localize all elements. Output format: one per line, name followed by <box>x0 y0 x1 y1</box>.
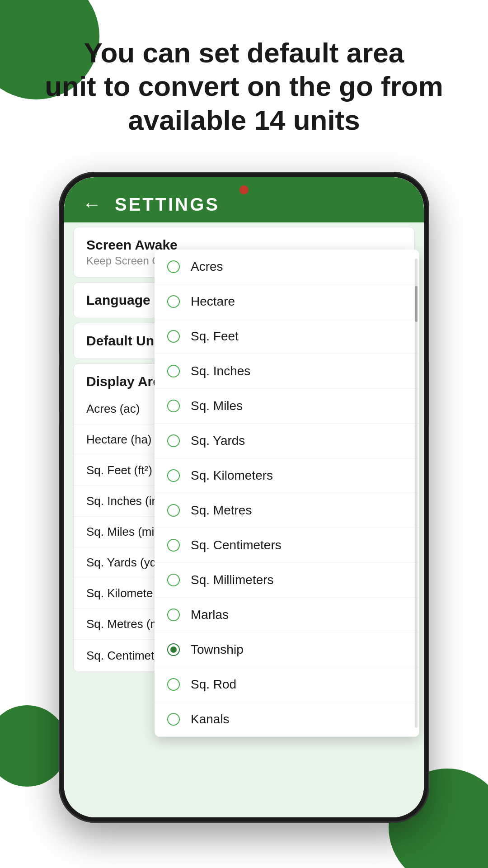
display-label-sqmiles: Sq. Miles (mi <box>86 525 154 539</box>
dropdown-label-marlas: Marlas <box>191 608 229 622</box>
radio-sqyards[interactable] <box>167 434 180 447</box>
settings-title: SETTINGS <box>115 194 220 215</box>
dropdown-scrollbar[interactable] <box>415 259 418 728</box>
dropdown-item-sqmetres[interactable]: Sq. Metres <box>155 493 419 528</box>
dropdown-item-acres[interactable]: Acres <box>155 250 419 284</box>
dropdown-label-sqinches: Sq. Inches <box>191 364 250 378</box>
side-button-volume-up <box>59 316 61 353</box>
display-label-acres: Acres (ac) <box>86 402 140 416</box>
side-button-power <box>427 362 429 425</box>
dropdown-item-kanals[interactable]: Kanals <box>155 702 419 737</box>
radio-sqinches[interactable] <box>167 365 180 377</box>
dropdown-item-sqkilometers[interactable]: Sq. Kilometers <box>155 458 419 493</box>
side-button-silent <box>59 425 61 470</box>
dropdown-label-acres: Acres <box>191 259 223 274</box>
phone-frame: ← SETTINGS Screen Awake Keep Screen On. … <box>59 172 429 823</box>
front-camera <box>239 185 249 194</box>
radio-kanals[interactable] <box>167 713 180 726</box>
dropdown-label-kanals: Kanals <box>191 712 230 726</box>
display-label-sqfeet: Sq. Feet (ft²) <box>86 463 152 477</box>
dropdown-item-marlas[interactable]: Marlas <box>155 598 419 632</box>
settings-topbar: ← SETTINGS <box>64 177 424 222</box>
display-label-sqyards: Sq. Yards (yd <box>86 556 156 570</box>
radio-sqrod[interactable] <box>167 678 180 691</box>
radio-sqcentimeters[interactable] <box>167 539 180 552</box>
dropdown-label-township: Township <box>191 642 244 657</box>
radio-marlas[interactable] <box>167 609 180 621</box>
radio-sqmillimeters[interactable] <box>167 574 180 586</box>
dropdown-label-sqmetres: Sq. Metres <box>191 503 252 518</box>
dropdown-label-sqmiles: Sq. Miles <box>191 399 243 413</box>
dropdown-item-sqfeet[interactable]: Sq. Feet <box>155 319 419 354</box>
side-button-volume-down <box>59 366 61 411</box>
dropdown-item-sqmiles[interactable]: Sq. Miles <box>155 389 419 424</box>
radio-sqmetres[interactable] <box>167 504 180 517</box>
header-section: You can set default area unit to convert… <box>0 36 488 137</box>
dropdown-label-sqmillimeters: Sq. Millimeters <box>191 573 274 587</box>
radio-acres[interactable] <box>167 260 180 273</box>
app-screen: ← SETTINGS Screen Awake Keep Screen On. … <box>64 177 424 817</box>
dropdown-label-sqfeet: Sq. Feet <box>191 329 239 344</box>
phone-inner: ← SETTINGS Screen Awake Keep Screen On. … <box>64 177 424 817</box>
unit-dropdown[interactable]: Acres Hectare Sq. Feet Sq. Inches Sq. Mi… <box>155 250 419 737</box>
radio-sqkilometers[interactable] <box>167 469 180 482</box>
bg-decoration-bottom-left <box>0 705 68 787</box>
dropdown-item-hectare[interactable]: Hectare <box>155 284 419 319</box>
dropdown-item-sqyards[interactable]: Sq. Yards <box>155 424 419 458</box>
header-title: You can set default area unit to convert… <box>27 36 461 137</box>
dropdown-item-township[interactable]: Township <box>155 632 419 667</box>
dropdown-label-hectare: Hectare <box>191 294 235 309</box>
scrollbar-thumb <box>415 286 418 322</box>
radio-hectare[interactable] <box>167 295 180 308</box>
dropdown-item-sqmillimeters[interactable]: Sq. Millimeters <box>155 563 419 598</box>
dropdown-label-sqrod: Sq. Rod <box>191 677 236 692</box>
dropdown-label-sqyards: Sq. Yards <box>191 434 245 448</box>
dropdown-label-sqkilometers: Sq. Kilometers <box>191 468 273 483</box>
display-label-sqmetres: Sq. Metres (m <box>86 617 160 631</box>
radio-township[interactable] <box>167 643 180 656</box>
dropdown-item-sqinches[interactable]: Sq. Inches <box>155 354 419 389</box>
back-button[interactable]: ← <box>82 193 101 215</box>
display-label-hectare: Hectare (ha) <box>86 433 152 447</box>
radio-sqmiles[interactable] <box>167 400 180 412</box>
dropdown-item-sqcentimeters[interactable]: Sq. Centimeters <box>155 528 419 563</box>
display-label-sqkilometers: Sq. Kilomete <box>86 586 153 600</box>
dropdown-item-sqrod[interactable]: Sq. Rod <box>155 667 419 702</box>
dropdown-label-sqcentimeters: Sq. Centimeters <box>191 538 282 552</box>
radio-sqfeet[interactable] <box>167 330 180 343</box>
display-label-sqinches: Sq. Inches (in <box>86 494 158 508</box>
